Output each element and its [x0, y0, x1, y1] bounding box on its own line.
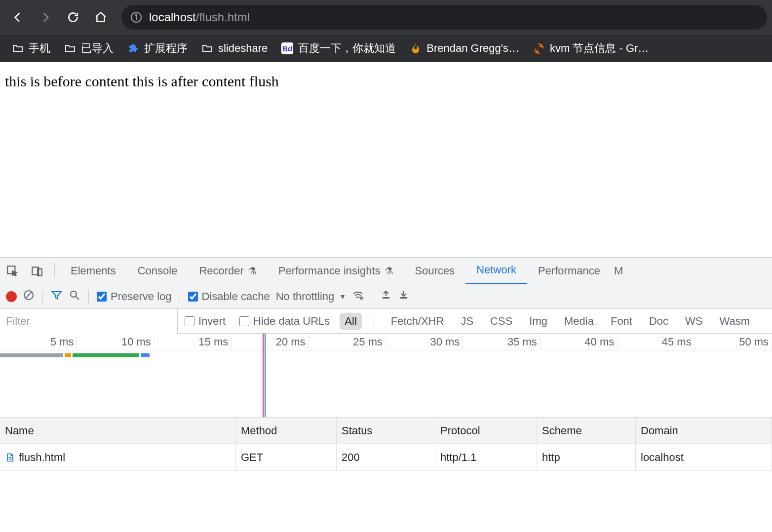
table-header: Name Method Status Protocol Scheme Domai…: [0, 418, 772, 444]
bookmark-item[interactable]: Brendan Gregg's…: [405, 40, 524, 57]
type-filter-font[interactable]: Font: [606, 313, 637, 330]
type-filter-doc[interactable]: Doc: [644, 313, 673, 330]
bookmark-item[interactable]: 已导入: [59, 39, 118, 58]
record-button[interactable]: [6, 291, 17, 302]
clear-button[interactable]: [23, 289, 35, 304]
col-method[interactable]: Method: [236, 418, 337, 444]
svg-point-10: [360, 297, 363, 299]
type-filter-all[interactable]: All: [340, 313, 361, 330]
address-bar[interactable]: localhost/flush.html: [121, 5, 767, 30]
folder-icon: [12, 42, 24, 54]
reload-button[interactable]: [60, 4, 86, 30]
folder-icon: [64, 42, 76, 54]
overview-bar: [73, 353, 139, 357]
tick-label: 15 ms: [198, 336, 228, 348]
import-har-button[interactable]: [380, 289, 392, 304]
type-filter-ws[interactable]: WS: [680, 313, 707, 330]
preserve-log-input[interactable]: [97, 292, 107, 302]
tab-more[interactable]: M: [611, 258, 626, 284]
svg-rect-12: [400, 297, 407, 299]
type-filter-js[interactable]: JS: [456, 313, 478, 330]
svg-point-8: [71, 291, 77, 297]
type-filter-css[interactable]: CSS: [485, 313, 517, 330]
filter-toggle-button[interactable]: [51, 289, 63, 304]
tab-performance[interactable]: Performance: [527, 258, 611, 284]
baidu-icon: Bd: [281, 42, 293, 54]
bookmark-label: 已导入: [81, 41, 114, 56]
chevron-down-icon: ▼: [339, 293, 346, 301]
network-request-table: Name Method Status Protocol Scheme Domai…: [0, 418, 772, 532]
bookmark-label: 扩展程序: [144, 41, 188, 56]
tick-label: 5 ms: [50, 336, 74, 348]
bookmark-item[interactable]: kvm 节点信息 - Gr…: [528, 39, 654, 58]
puzzle-icon: [127, 42, 139, 54]
type-filter-img[interactable]: Img: [524, 313, 552, 330]
url-host: localhost: [149, 10, 196, 24]
bookmark-item[interactable]: 手机: [7, 39, 55, 58]
tick-label: 40 ms: [584, 336, 614, 348]
bookmark-item[interactable]: Bd 百度一下，你就知道: [276, 39, 401, 58]
hide-data-urls-checkbox[interactable]: Hide data URLs: [232, 315, 337, 328]
col-name[interactable]: Name: [0, 418, 236, 444]
col-status[interactable]: Status: [337, 418, 435, 444]
export-har-button[interactable]: [398, 289, 410, 304]
type-filter-fetch-xhr[interactable]: Fetch/XHR: [386, 313, 449, 330]
invert-checkbox[interactable]: Invert: [178, 315, 232, 328]
type-filter-media[interactable]: Media: [559, 313, 599, 330]
cell-name: flush.html: [0, 444, 236, 470]
disable-cache-input[interactable]: [188, 292, 198, 302]
svg-rect-11: [383, 297, 389, 299]
devtools-panel: Elements Console Recorder⚗ Performance i…: [0, 257, 772, 532]
overview-bar: [141, 353, 150, 357]
inspect-element-button[interactable]: [0, 258, 25, 284]
bookmark-item[interactable]: 扩展程序: [122, 39, 193, 58]
cell-protocol: http/1.1: [435, 444, 537, 470]
overview-bar: [65, 353, 71, 357]
browser-chrome: localhost/flush.html 手机 已导入 扩展程序 slidesh…: [0, 0, 772, 62]
throttling-select[interactable]: No throttling ▼: [276, 290, 346, 303]
divider: [42, 290, 43, 304]
forward-button[interactable]: [33, 4, 58, 30]
devtools-tabs: Elements Console Recorder⚗ Performance i…: [0, 258, 772, 284]
tab-sources[interactable]: Sources: [404, 258, 466, 284]
home-button[interactable]: [88, 4, 114, 30]
network-filter-row: Invert Hide data URLs All Fetch/XHR JS C…: [0, 309, 772, 334]
bookmarks-bar: 手机 已导入 扩展程序 slideshare Bd 百度一下，你就知道 Bren…: [0, 35, 772, 62]
network-toolbar: Preserve log Disable cache No throttling…: [0, 284, 772, 309]
filter-input[interactable]: [0, 309, 178, 334]
page-body-text: this is before content this is after con…: [5, 73, 279, 89]
back-button[interactable]: [5, 4, 31, 30]
tick-label: 20 ms: [276, 336, 306, 348]
tab-network[interactable]: Network: [465, 258, 527, 284]
cell-domain: localhost: [636, 444, 772, 470]
device-toolbar-button[interactable]: [25, 258, 49, 284]
col-protocol[interactable]: Protocol: [435, 418, 537, 444]
bookmark-item[interactable]: slideshare: [196, 40, 272, 57]
table-row[interactable]: flush.html GET 200 http/1.1 http localho…: [0, 444, 772, 471]
col-scheme[interactable]: Scheme: [537, 418, 636, 444]
url-text: localhost/flush.html: [149, 10, 250, 24]
tick-label: 45 ms: [662, 336, 692, 348]
tab-recorder[interactable]: Recorder⚗: [188, 258, 267, 284]
col-domain[interactable]: Domain: [636, 418, 772, 444]
site-info-icon[interactable]: [130, 11, 142, 23]
tick-label: 50 ms: [739, 336, 769, 348]
network-overview[interactable]: 5 ms 10 ms 15 ms 20 ms 25 ms 30 ms 35 ms…: [0, 334, 772, 418]
url-path: /flush.html: [196, 10, 250, 24]
network-conditions-button[interactable]: [352, 289, 364, 304]
tab-console[interactable]: Console: [127, 258, 189, 284]
divider: [88, 290, 89, 304]
invert-input[interactable]: [185, 316, 194, 326]
tab-performance-insights[interactable]: Performance insights⚗: [268, 258, 404, 284]
cell-name-text: flush.html: [19, 451, 65, 464]
grafana-icon: [533, 42, 545, 54]
hide-data-urls-input[interactable]: [239, 316, 249, 326]
disable-cache-checkbox[interactable]: Disable cache: [188, 290, 270, 303]
type-filter-wasm[interactable]: Wasm: [715, 313, 755, 330]
tick-label: 25 ms: [353, 336, 383, 348]
preserve-log-checkbox[interactable]: Preserve log: [97, 290, 172, 303]
tab-elements[interactable]: Elements: [60, 258, 127, 284]
divider: [180, 290, 180, 304]
page-content: this is before content this is after con…: [0, 62, 772, 257]
search-button[interactable]: [69, 289, 80, 304]
